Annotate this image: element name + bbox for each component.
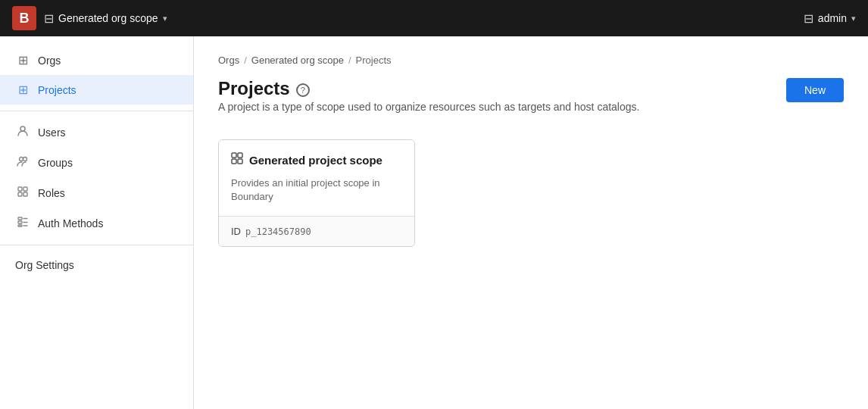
breadcrumb-sep-2: / bbox=[348, 55, 351, 66]
card-title-row: Generated project scope bbox=[231, 152, 402, 167]
sidebar-label-org-settings: Org Settings bbox=[15, 259, 74, 271]
project-card-description: Provides an initial project scope in Bou… bbox=[231, 176, 402, 204]
card-bottom: ID p_1234567890 bbox=[219, 216, 414, 246]
svg-rect-14 bbox=[238, 153, 242, 158]
sidebar-item-auth-methods[interactable]: Auth Methods bbox=[0, 208, 193, 239]
svg-rect-8 bbox=[18, 221, 22, 223]
admin-chevron-icon: ▾ bbox=[851, 14, 856, 23]
svg-rect-15 bbox=[232, 159, 236, 164]
org-scope-icon: ⊟ bbox=[44, 11, 54, 26]
card-id-label: ID bbox=[231, 226, 241, 237]
org-chevron-icon: ▾ bbox=[163, 14, 167, 23]
org-name: Generated org scope bbox=[58, 12, 158, 24]
svg-rect-4 bbox=[23, 187, 27, 191]
card-top: Generated project scope Provides an init… bbox=[219, 140, 414, 216]
svg-point-2 bbox=[23, 158, 27, 161]
page-description: A project is a type of scope used to org… bbox=[218, 99, 639, 115]
admin-menu[interactable]: ⊟ admin ▾ bbox=[804, 11, 856, 26]
breadcrumb-org-scope[interactable]: Generated org scope bbox=[251, 55, 344, 66]
sidebar: ⊞ Orgs ⊞ Projects Users bbox=[0, 36, 194, 409]
sidebar-item-groups[interactable]: Groups bbox=[0, 148, 193, 178]
breadcrumb-orgs[interactable]: Orgs bbox=[218, 55, 239, 66]
svg-rect-13 bbox=[232, 153, 236, 158]
sidebar-item-orgs[interactable]: ⊞ Orgs bbox=[0, 45, 193, 75]
card-id-row: ID p_1234567890 bbox=[231, 226, 402, 237]
admin-label: admin bbox=[818, 12, 847, 24]
svg-point-0 bbox=[20, 126, 25, 131]
main-content: Orgs / Generated org scope / Projects Pr… bbox=[194, 36, 868, 409]
auth-methods-icon bbox=[15, 216, 30, 231]
svg-rect-9 bbox=[18, 225, 22, 226]
breadcrumb-sep-1: / bbox=[244, 55, 247, 66]
sidebar-label-orgs: Orgs bbox=[38, 55, 61, 67]
users-icon bbox=[15, 125, 30, 140]
svg-rect-5 bbox=[18, 192, 22, 196]
sidebar-item-roles[interactable]: Roles bbox=[0, 178, 193, 208]
breadcrumb-projects: Projects bbox=[356, 55, 392, 66]
page-title-row: Projects ? bbox=[218, 78, 639, 99]
sidebar-item-org-settings[interactable]: Org Settings bbox=[0, 251, 193, 279]
project-card[interactable]: Generated project scope Provides an init… bbox=[218, 139, 415, 247]
help-icon[interactable]: ? bbox=[296, 83, 310, 97]
admin-icon: ⊟ bbox=[804, 11, 813, 26]
org-selector[interactable]: ⊟ Generated org scope ▾ bbox=[44, 11, 167, 26]
brand-logo: B bbox=[12, 6, 36, 30]
roles-icon bbox=[15, 186, 30, 201]
svg-rect-7 bbox=[18, 217, 22, 220]
groups-icon bbox=[15, 155, 30, 170]
sidebar-divider bbox=[0, 111, 193, 111]
breadcrumb: Orgs / Generated org scope / Projects bbox=[218, 55, 844, 66]
sidebar-label-users: Users bbox=[38, 126, 66, 139]
svg-point-1 bbox=[20, 158, 23, 161]
projects-icon: ⊞ bbox=[15, 83, 30, 97]
sidebar-divider-2 bbox=[0, 245, 193, 245]
svg-rect-3 bbox=[18, 187, 22, 191]
page-title-section: Projects ? A project is a type of scope … bbox=[218, 78, 639, 133]
sidebar-item-users[interactable]: Users bbox=[0, 117, 193, 148]
layout: ⊞ Orgs ⊞ Projects Users bbox=[0, 36, 868, 409]
sidebar-label-roles: Roles bbox=[38, 187, 65, 199]
new-button[interactable]: New bbox=[786, 78, 844, 102]
card-id-value: p_1234567890 bbox=[245, 226, 311, 237]
svg-rect-16 bbox=[238, 159, 242, 164]
sidebar-item-projects[interactable]: ⊞ Projects bbox=[0, 75, 193, 105]
sidebar-label-groups: Groups bbox=[38, 157, 73, 169]
project-card-title: Generated project scope bbox=[249, 154, 382, 167]
svg-rect-6 bbox=[23, 192, 27, 196]
project-card-icon bbox=[231, 152, 243, 167]
sidebar-label-auth-methods: Auth Methods bbox=[38, 217, 103, 229]
orgs-icon: ⊞ bbox=[15, 53, 30, 67]
sidebar-label-projects: Projects bbox=[38, 84, 76, 96]
topnav-left: B ⊟ Generated org scope ▾ bbox=[12, 6, 167, 30]
page-header: Projects ? A project is a type of scope … bbox=[218, 78, 844, 133]
topnav: B ⊟ Generated org scope ▾ ⊟ admin ▾ bbox=[0, 0, 868, 36]
page-title: Projects bbox=[218, 78, 290, 99]
